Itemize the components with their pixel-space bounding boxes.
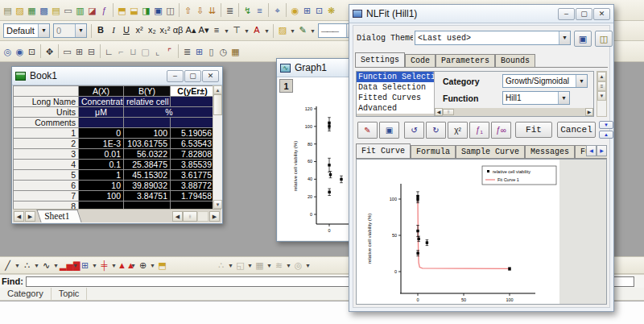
minimize-icon[interactable]: ‒ [558,8,575,20]
copy-settings-icon[interactable]: ◫ [595,31,613,47]
axes-open-icon[interactable]: ⊔ [127,44,139,59]
slide-view-icon[interactable]: ≡ [254,3,266,18]
row-header[interactable]: 2 [14,139,79,149]
close-icon[interactable]: ✕ [202,70,219,82]
data-cell[interactable]: 10 [79,181,124,191]
tab-code[interactable]: Code [405,54,436,67]
fit-one-iteration-button[interactable]: ƒ₁ [469,122,489,139]
column-plot-icon-caret[interactable]: ▼ [72,263,79,268]
init-parameters-button[interactable]: ✎ [357,122,378,139]
settings-vscrollbar[interactable]: ▲ ≡ ▼ [597,71,607,117]
row-label[interactable]: Units [14,107,79,118]
worksheet-grid-icon[interactable]: ▦ [229,44,242,59]
subscript-button[interactable]: x₂ [146,23,159,38]
font-size-combo[interactable]: 0 ▼ [53,23,87,38]
font-color-button-caret[interactable]: ▼ [263,28,270,34]
axes-corner2-icon[interactable]: ⌜ [163,44,175,59]
minimize-icon[interactable]: ‒ [167,70,184,82]
scroll-track[interactable] [197,211,208,222]
scroll-down-icon[interactable]: ▼ [213,200,222,209]
tab-topic[interactable]: Topic [52,288,88,300]
data-cell[interactable]: 100 [124,128,171,139]
column-header[interactable]: B(Y) [124,86,171,97]
data-cell[interactable] [124,118,171,128]
restore-icon[interactable]: ▢ [184,70,201,82]
style-combo[interactable]: Default ▼ [3,23,50,38]
scroll-left-icon[interactable]: ◀ [172,211,183,222]
data-cell[interactable] [171,201,213,210]
view-windows-icon[interactable]: ⊞ [301,3,313,18]
new-function-icon[interactable]: ƒ [98,3,110,18]
scatter-plot-icon-caret[interactable]: ▼ [33,263,40,268]
data-cell[interactable]: 0.1 [79,160,124,170]
import-file-icon[interactable]: ⇩ [194,3,206,18]
data-cell[interactable]: 3.84751 [124,191,171,201]
template-library-icon[interactable]: ⬒ [156,258,168,272]
underline-button[interactable]: U [120,23,133,38]
form-hscrollbar[interactable]: ◀ ⦙⦙ ▶ [435,108,593,116]
data-cell[interactable]: 103.61755 [124,139,171,149]
collapse-dialog-icon[interactable]: ▼ [599,121,613,129]
plot3d-bars-icon-caret[interactable]: ▼ [266,263,273,268]
digitizer-icon[interactable]: ⌖ [271,3,283,18]
column-header[interactable]: C(yEr±) [171,86,213,97]
scroll-up-icon[interactable]: ▲ [213,85,222,94]
line-symbol-plot-icon[interactable]: ∿ [40,258,52,272]
data-cell[interactable]: 0 [79,128,124,139]
worksheet-hscrollbar[interactable]: ◀ ⦙⦙ ▶ [171,211,220,222]
chevron-down-icon[interactable]: ▼ [559,31,570,44]
data-cell[interactable]: 1.79458 [171,191,213,201]
data-cell[interactable] [79,201,124,210]
data-cell[interactable]: 100 [79,191,124,201]
book1-titlebar[interactable]: Book1 ‒ ▢ ✕ [12,67,222,85]
chevron-down-icon[interactable]: ▼ [289,28,296,34]
open-excel-icon[interactable]: ◨ [140,3,152,18]
corner-header-cell[interactable] [14,86,79,97]
chevron-down-icon[interactable]: ▼ [558,92,569,104]
data-cell[interactable]: 56.0322 [124,149,171,160]
increase-font-button[interactable]: A▴ [184,23,197,38]
tab-bounds[interactable]: Bounds [495,54,535,67]
data-cell[interactable]: 6.53543 [171,139,213,149]
data-cell[interactable] [171,97,213,107]
data-cell[interactable]: 3.61775 [171,170,213,181]
new-folder-icon[interactable]: ▨ [14,3,26,18]
chevron-down-icon[interactable]: ▼ [309,28,316,34]
new-notes-icon[interactable]: ▤ [50,3,62,18]
data-cell[interactable] [124,201,171,210]
scroll-thumb[interactable] [213,94,222,115]
superscript-button[interactable]: x² [133,23,146,38]
nlfit-titlebar[interactable]: NLFit (Hill1) ‒ ▢ ✕ [349,5,613,23]
chevron-down-icon[interactable]: ▼ [75,24,86,37]
scroll-down-icon[interactable]: ▼ [597,91,606,101]
tile-4b-icon[interactable]: ⊟ [85,44,97,59]
project-explorer-icon[interactable]: ◉ [289,3,301,18]
tab-settings[interactable]: Settings [355,52,405,68]
axes-box-icon[interactable]: ▢ [139,44,151,59]
sheet-tab[interactable]: Sheet1 [36,210,82,222]
area-plot-icon[interactable]: ▲▲ [118,258,130,272]
date-time-icon[interactable]: ◷ [217,44,229,59]
rescale-axes-icon[interactable]: ✥ [43,44,56,59]
scroll-right-icon[interactable]: ▶ [585,108,593,116]
data-cell[interactable]: 1 [79,170,124,181]
function-combo[interactable]: Hill1 ▼ [502,91,570,105]
save-theme-button[interactable]: ▣ [379,122,399,139]
worksheet-vscrollbar[interactable]: ▲ ▼ [213,85,221,209]
plot3d-scatter-icon-caret[interactable]: ▼ [227,263,234,268]
cancel-button[interactable]: Cancel [557,122,596,138]
layer-contents-icon[interactable]: ≣ [181,44,193,59]
fit-button[interactable]: Fit [515,122,552,138]
axes-corner-icon[interactable]: ⌞ [151,44,163,59]
axes-bottom-left-icon[interactable]: ∟ [103,44,115,59]
new-workbook-icon[interactable]: ▦ [26,3,38,18]
new-matrix-icon[interactable]: ▩ [38,3,50,18]
chi-square-button[interactable]: χ² [448,122,468,139]
expand-dialog-icon[interactable]: ▲ [599,131,613,139]
data-cell[interactable]: 3.85539 [171,160,213,170]
new-excel-icon[interactable]: ▥ [74,3,86,18]
data-cell[interactable]: 5.19056 [171,128,213,139]
prev-sheet-icon[interactable]: ◀ [14,211,24,222]
save-window-icon[interactable]: ◫ [164,3,176,18]
line-color-icon[interactable]: ✎ [296,23,309,38]
